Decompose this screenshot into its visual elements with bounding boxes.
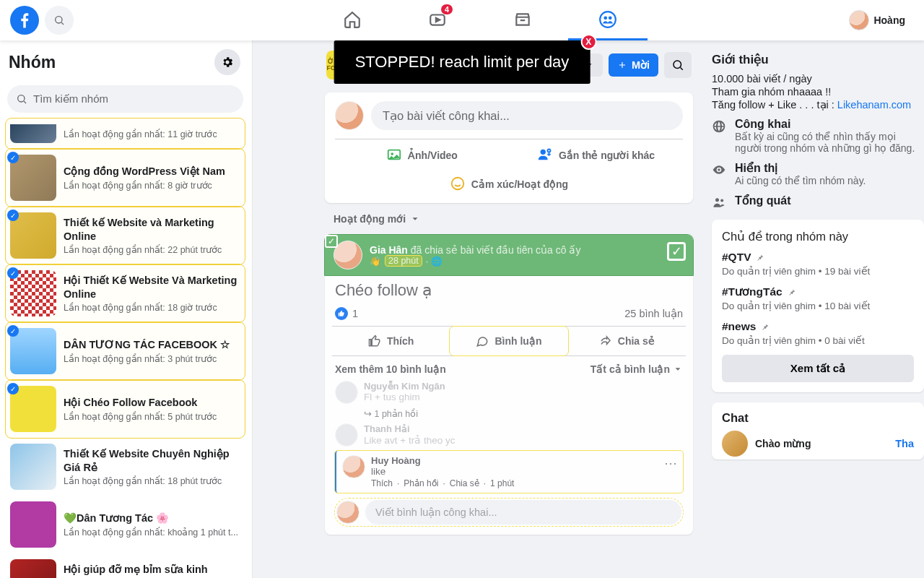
group-thumb: ✓ (10, 155, 56, 201)
info-general: Tổng quát (712, 194, 924, 210)
svg-point-4 (609, 16, 612, 20)
hashtag[interactable]: #QTV (722, 251, 914, 264)
avatar[interactable] (335, 101, 364, 130)
sidebar-group-item[interactable]: ✓DÂN TƯƠNG TÁC FACEBOOK ☆Lần hoạt động g… (6, 322, 245, 380)
hashtag[interactable]: #TươngTác (722, 285, 914, 298)
comment-replies[interactable]: ↪ 1 phản hồi (364, 408, 683, 419)
hashtag-sub: Do quản trị viên ghim • 19 bài viết (722, 265, 914, 277)
feed-column: Ờ CHÉOFOLLOW Hội Ché Đã tham gia Mời (253, 40, 703, 578)
svg-point-13 (452, 177, 464, 189)
own-share[interactable]: Chia sẻ (450, 478, 479, 488)
profile-pill[interactable]: Hoàng (846, 7, 912, 33)
chevron-down-icon (410, 214, 420, 224)
comment: Nguyễn Kim NgânFl + tus ghim (335, 381, 683, 404)
svg-point-5 (18, 95, 25, 102)
avatar[interactable] (336, 501, 359, 524)
avatar[interactable] (335, 423, 358, 447)
group-name: Hội Thiết Kế Website Và Marketing Online (64, 274, 240, 300)
write-comment-input[interactable]: Viết bình luận công khai... (365, 500, 681, 525)
more-comments-link[interactable]: Xem thêm 10 bình luận (335, 363, 446, 375)
own-reply[interactable]: Phản hồi (404, 478, 438, 488)
chat-room-name[interactable]: Chào mừng (755, 438, 811, 449)
avatar[interactable] (335, 381, 358, 404)
globe-icon: · 🌐 (426, 256, 443, 267)
like-count[interactable]: 1 (335, 307, 358, 320)
nav-watch[interactable]: 4 (398, 0, 477, 40)
check-icon: ✓ (325, 235, 338, 248)
like-button[interactable]: Thích (332, 327, 450, 355)
nav-home[interactable] (313, 0, 392, 40)
comment-author[interactable]: Thanh Hải (364, 423, 455, 434)
svg-point-3 (603, 16, 607, 20)
like-icon (335, 307, 348, 320)
svg-point-2 (600, 12, 616, 27)
global-search-button[interactable] (45, 6, 74, 35)
check-icon: ✓ (7, 152, 19, 163)
chat-join-button[interactable]: Tha (895, 438, 914, 449)
composer-photo-button[interactable]: Ảnh/Video (335, 141, 509, 170)
group-activity: Lần hoạt động gần nhất: 11 giờ trước (64, 129, 217, 139)
sort-dropdown[interactable]: Hoạt động mới (325, 213, 693, 225)
groups-settings-button[interactable] (214, 49, 240, 75)
chat-card: Chat Chào mừng Tha (712, 402, 924, 460)
post-author[interactable]: Gia Hân (370, 244, 408, 256)
sidebar-group-item[interactable]: 💚Dân Tương Tác 🌸Lần hoạt động gần nhất: … (6, 496, 245, 553)
see-all-button[interactable]: Xem tất cả (722, 355, 914, 382)
comment-text: Fl + tus ghim (364, 392, 445, 402)
svg-point-14 (715, 198, 719, 202)
sidebar-group-item[interactable]: ✓Cộng đồng WordPress Việt NamLần hoạt độ… (6, 149, 245, 207)
all-comments-dropdown[interactable]: Tất cả bình luận (590, 363, 683, 375)
about-title: Giới thiệu (712, 52, 924, 67)
facebook-logo[interactable] (10, 6, 39, 35)
more-icon[interactable]: ⋯ (664, 455, 677, 471)
group-activity: Lần hoạt động gần nhất: 18 giờ trước (64, 302, 240, 313)
avatar[interactable] (342, 455, 365, 478)
composer-input[interactable]: Tạo bài viết công khai... (371, 101, 683, 130)
group-thumb: ✓ (10, 212, 56, 259)
sidebar-title: Nhóm (9, 53, 56, 72)
sidebar-group-item[interactable]: ✓Hội Thiết Kế Website Và Marketing Onlin… (6, 264, 245, 322)
groups-sidebar: Nhóm Tìm kiếm nhóm Lần hoạt động gần nhấ… (0, 40, 253, 578)
alert-box: STOPPED! reach limit per day X (334, 40, 590, 84)
eye-icon (712, 163, 726, 177)
nav-marketplace[interactable] (483, 0, 562, 40)
own-like[interactable]: Thích (371, 478, 393, 488)
sidebar-group-item[interactable]: Hội giúp đỡ mẹ bỉm sữa kinh doanh online… (6, 553, 245, 578)
groups-search-input[interactable]: Tìm kiếm nhóm (7, 85, 243, 113)
share-button[interactable]: Chia sẻ (568, 327, 686, 355)
group-name: Hội giúp đỡ mẹ bỉm sữa kinh doanh online (64, 563, 240, 578)
sidebar-group-item[interactable]: Thiết Kế Website Chuyên Nghiệp Giá RẻLần… (6, 438, 245, 496)
composer-tag-button[interactable]: Gắn thẻ người khác (509, 141, 683, 170)
post-text: Chéo follow ạ (335, 281, 683, 300)
post-time[interactable]: 28 phút (385, 256, 422, 266)
group-activity: Lần hoạt động gần nhất: 3 phút trước (64, 353, 230, 364)
alert-close-button[interactable]: X (580, 34, 596, 50)
nav-groups[interactable] (568, 0, 648, 40)
users-icon (712, 195, 726, 210)
invite-button[interactable]: Mời (609, 53, 658, 77)
post-card: ✓ Gia Hân đã chia sẻ bài viết đầu tiên c… (325, 235, 693, 535)
sidebar-group-item[interactable]: ✓Hội Chéo Follow FacebookLần hoạt động g… (6, 380, 245, 438)
composer-card: Tạo bài viết công khai... Ảnh/Video Gắn … (325, 92, 693, 203)
alert-text: STOPPED! reach limit per day (355, 53, 570, 71)
svg-point-10 (391, 152, 393, 155)
group-activity: Lần hoạt động gần nhất: 8 giờ trước (64, 180, 225, 191)
avatar[interactable] (722, 431, 748, 457)
avatar[interactable] (334, 241, 362, 269)
about-link[interactable]: Likehanam.com (837, 99, 911, 111)
composer-feeling-button[interactable]: Cảm xúc/Hoạt động (335, 170, 683, 199)
comment-count[interactable]: 25 bình luận (624, 308, 683, 319)
comment-button[interactable]: Bình luận (450, 327, 567, 355)
comment-author[interactable]: Nguyễn Kim Ngân (364, 381, 445, 392)
group-search-button[interactable] (664, 52, 692, 78)
sidebar-group-item[interactable]: Lần hoạt động gần nhất: 11 giờ trước (6, 118, 245, 149)
check-icon: ✓ (7, 267, 19, 279)
own-comment-author[interactable]: Huy Hoàng (371, 455, 658, 466)
sidebar-group-item[interactable]: ✓Thiết kế Website và Marketing OnlineLần… (6, 207, 245, 264)
group-thumb (10, 559, 56, 578)
chat-title: Chat (722, 411, 914, 425)
hashtag[interactable]: #news (722, 320, 914, 333)
chevron-down-icon (673, 364, 683, 374)
group-thumb: ✓ (10, 270, 56, 316)
group-activity: Lần hoạt động gần nhất: 22 phút trước (64, 244, 240, 255)
